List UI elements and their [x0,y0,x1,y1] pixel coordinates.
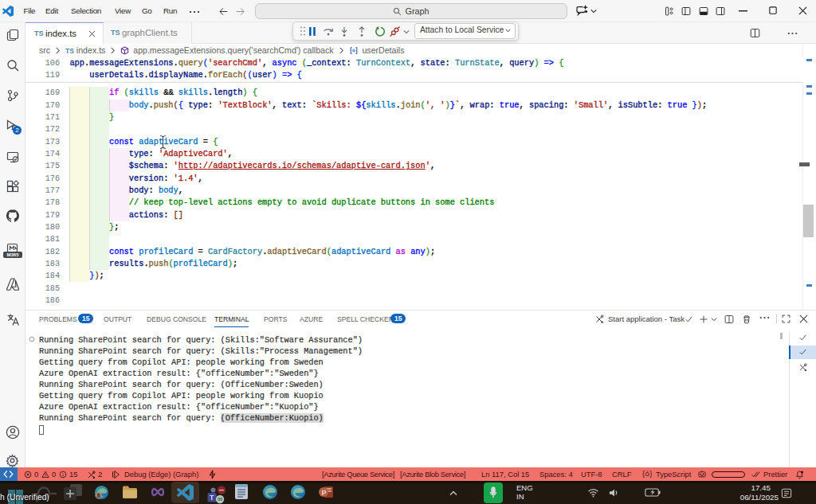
svg-text:P: P [322,489,327,497]
svg-text:05: 05 [218,497,222,502]
svg-text:T: T [210,494,214,502]
